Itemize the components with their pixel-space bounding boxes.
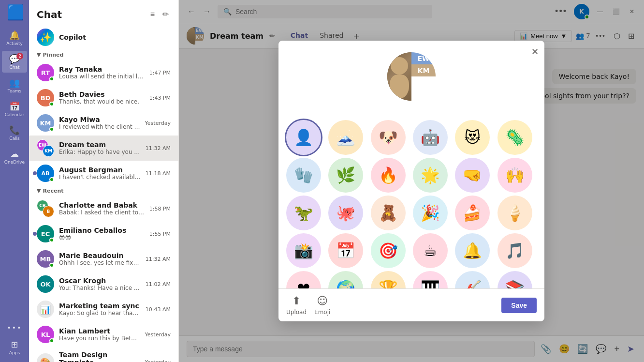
chat-time-oscar: 11:02 AM — [146, 281, 171, 287]
nav-label-calls: Calls — [9, 136, 20, 141]
sticker-item-15[interactable]: 🧸 — [371, 196, 406, 230]
chat-item-kayo[interactable]: KM Kayo Miwa I reviewed with the client … — [29, 110, 178, 136]
sticker-item-18[interactable]: 🍦 — [498, 196, 532, 230]
sticker-item-20[interactable]: 📅 — [328, 233, 363, 268]
sticker-item-23[interactable]: 🔔 — [455, 233, 490, 268]
chat-name-august: August Bergman — [59, 166, 141, 174]
activity-icon: 🔔 — [9, 30, 20, 40]
onedrive-icon: ☁️ — [10, 149, 19, 159]
sticker-item-11[interactable]: 🤜 — [455, 158, 490, 193]
chat-item-dream[interactable]: EW KM Dream team Erika: Happy to have yo… — [29, 136, 178, 161]
pinned-chevron-icon: ▼ — [37, 52, 41, 58]
chat-item-kian[interactable]: KL Kian Lambert Have you run this by Bet… — [29, 322, 178, 347]
new-chat-button[interactable]: ✏ — [161, 8, 171, 21]
chat-item-teamdesign[interactable]: 🎨 Team Design Template Reta: Let's set u… — [29, 347, 178, 362]
chat-preview-charlotte: Babak: I asked the client to send... — [59, 209, 145, 216]
sticker-item-16[interactable]: 🎉 — [413, 196, 448, 230]
sticker-item-13[interactable]: 🦖 — [286, 196, 321, 230]
sticker-item-6[interactable]: 🦠 — [498, 120, 532, 155]
avatar-emiliano: EC — [37, 225, 54, 242]
save-button[interactable]: Save — [501, 298, 537, 313]
sticker-item-19[interactable]: 📸 — [286, 233, 321, 268]
chat-item-marketing[interactable]: 📊 Marketing team sync Kayo: So glad to h… — [29, 297, 178, 322]
chat-time-emiliano: 1:55 PM — [149, 231, 171, 237]
chat-time-ray: 1:47 PM — [149, 70, 171, 76]
sticker-item-2[interactable]: 🗻 — [328, 120, 363, 155]
chat-item-ray[interactable]: RT Ray Tanaka Louisa will send the initi… — [29, 60, 178, 85]
nav-item-apps[interactable]: ⊞ Apps — [2, 336, 27, 358]
sticker-item-4[interactable]: 🤖 — [413, 120, 448, 155]
status-beth — [49, 102, 54, 106]
teams-icon: 👥 — [9, 77, 20, 88]
sticker-item-22[interactable]: ☕ — [413, 233, 448, 268]
avatar-marketing: 📊 — [37, 301, 54, 318]
avatar-kian: KL — [37, 326, 54, 343]
chat-preview-marketing: Kayo: So glad to hear that the r... — [59, 310, 141, 317]
chat-time-charlotte: 1:58 PM — [149, 206, 171, 212]
sticker-item-29[interactable]: 🎸 — [455, 271, 490, 288]
sticker-item-9[interactable]: 🔥 — [371, 158, 406, 193]
sticker-item-24[interactable]: 🎵 — [498, 233, 532, 268]
chat-info-august: August Bergman I haven't checked availab… — [59, 166, 141, 181]
nav-item-onedrive[interactable]: ☁️ OneDrive — [2, 146, 27, 167]
sticker-item-27[interactable]: 🏆 — [371, 271, 406, 288]
pinned-label: Pinned — [43, 52, 63, 58]
sticker-item-12[interactable]: 🙌 — [498, 158, 532, 193]
chat-item-august[interactable]: AB August Bergman I haven't checked avai… — [29, 161, 178, 186]
sticker-item-14[interactable]: 🐙 — [328, 196, 363, 230]
recent-section-header[interactable]: ▼ Recent — [29, 186, 178, 196]
chat-name-kayo: Kayo Miwa — [59, 116, 140, 123]
avatar-ray: RT — [37, 64, 54, 81]
chat-name-beth: Beth Davies — [59, 90, 145, 98]
sticker-item-10[interactable]: 🌟 — [413, 158, 448, 193]
sticker-item-17[interactable]: 🍰 — [455, 196, 490, 230]
chat-item-emiliano[interactable]: EC Emiliano Ceballos 😎😎 1:55 PM — [29, 221, 178, 246]
chat-info-dream: Dream team Erika: Happy to have you back… — [59, 141, 141, 155]
nav-label-onedrive: OneDrive — [4, 160, 25, 165]
sticker-item-28[interactable]: 🎹 — [413, 271, 448, 288]
modal-footer: ⬆ Upload ☺ Emoji Save — [278, 288, 544, 321]
chat-name-oscar: Oscar Krogh — [59, 277, 141, 285]
sticker-item-3[interactable]: 🐶 — [371, 120, 406, 155]
chat-item-oscar[interactable]: OK Oscar Krogh You: Thanks! Have a nice … — [29, 272, 178, 297]
avatar-kayo: KM — [37, 114, 54, 132]
sticker-item-7[interactable]: 🧤 — [286, 158, 321, 193]
avatar-init-km: KM — [411, 64, 436, 76]
filter-button[interactable]: ≡ — [148, 8, 157, 21]
sticker-item-21[interactable]: 🎯 — [371, 233, 406, 268]
sticker-item-8[interactable]: 🌿 — [328, 158, 363, 193]
avatar-august: AB — [37, 165, 54, 182]
pinned-section-header[interactable]: ▼ Pinned — [29, 50, 178, 60]
nav-item-calls[interactable]: 📞 Calls — [2, 122, 27, 144]
modal-footer-left: ⬆ Upload ☺ Emoji — [286, 295, 330, 316]
nav-item-more[interactable]: ••• — [2, 321, 27, 334]
avatar-teamdesign: 🎨 — [37, 353, 54, 362]
chat-item-charlotte[interactable]: CB B Charlotte and Babak Babak: I asked … — [29, 196, 178, 221]
sidebar-title: Chat — [37, 9, 62, 20]
sticker-item-30[interactable]: 📚 — [498, 271, 532, 288]
modal-close-button[interactable]: ✕ — [531, 46, 539, 57]
sticker-item-5[interactable]: 😻 — [455, 120, 490, 155]
nav-item-teams[interactable]: 👥 Teams — [2, 75, 27, 96]
main-area: ← → 🔍 ••• K — ⬜ ✕ — [179, 0, 644, 362]
chat-info-beth: Beth Davies Thanks, that would be nice. — [59, 90, 145, 105]
sticker-item-25[interactable]: ❤️ — [286, 271, 321, 288]
nav-item-calendar[interactable]: 📅 Calendar — [2, 98, 27, 120]
copilot-item[interactable]: ✨ Copilot — [29, 25, 178, 50]
sticker-item-26[interactable]: 🌍 — [328, 271, 363, 288]
chat-item-marie[interactable]: MB Marie Beaudouin Ohhh I see, yes let m… — [29, 246, 178, 272]
chat-preview-beth: Thanks, that would be nice. — [59, 98, 145, 105]
emoji-action[interactable]: ☺ Emoji — [314, 295, 330, 316]
chat-item-beth[interactable]: BD Beth Davies Thanks, that would be nic… — [29, 85, 178, 110]
nav-item-chat[interactable]: 💬 Chat 2 — [2, 51, 27, 73]
calendar-icon: 📅 — [9, 101, 20, 111]
avatar-marie: MB — [37, 250, 54, 268]
sticker-item-1[interactable]: 👤 — [286, 120, 321, 155]
chat-info-teamdesign: Team Design Template Reta: Let's set up … — [59, 351, 140, 362]
chat-info-marie: Marie Beaudouin Ohhh I see, yes let me f… — [59, 252, 141, 266]
chat-preview-oscar: You: Thanks! Have a nice day, I... — [59, 285, 141, 291]
app-logo[interactable]: 🟦 — [6, 4, 23, 21]
chat-name-kian: Kian Lambert — [59, 327, 140, 335]
nav-item-activity[interactable]: 🔔 Activity — [2, 27, 27, 49]
upload-action[interactable]: ⬆ Upload — [286, 295, 307, 316]
